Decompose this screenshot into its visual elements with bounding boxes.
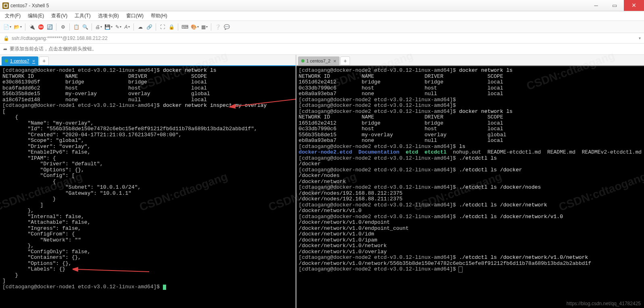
copy-button[interactable]: 📋 — [72, 23, 80, 31]
tab-close-icon[interactable]: × — [333, 58, 337, 64]
menu-tabs[interactable]: 选项卡(B) — [95, 12, 122, 20]
menu-file[interactable]: 文件(F) — [2, 12, 24, 20]
find-button[interactable]: 🔍 — [81, 23, 89, 31]
annotation-arrow-2 — [73, 267, 153, 275]
footer-attribution: https://blog.csdn.net/qq_41782425 — [567, 301, 641, 306]
tab-centos7[interactable]: 1 centos7 × — [2, 56, 38, 65]
keyboard-button[interactable]: ⌨ — [181, 23, 189, 31]
cursor — [459, 267, 462, 272]
lock-icon: 🔒 — [3, 35, 9, 41]
menu-help[interactable]: 帮助(H) — [148, 12, 171, 20]
help-button[interactable]: ❔ — [214, 23, 222, 31]
lock-button[interactable]: 🔒 — [167, 23, 175, 31]
cursor — [163, 285, 166, 290]
tab-close-icon[interactable]: × — [32, 58, 35, 64]
menu-window[interactable]: 窗口(W) — [123, 12, 147, 20]
hint-bar: ➦ 要添加当前会话，点击左侧的箭头按钮。 — [0, 44, 644, 55]
maximize-button[interactable]: ▭ — [605, 0, 624, 11]
title-bar: centos7 - Xshell 5 ─ ▭ × — [0, 0, 644, 11]
print-button[interactable]: 🖨▾ — [94, 23, 103, 31]
link-button[interactable]: 🔗 — [145, 23, 153, 31]
svg-line-1 — [77, 269, 149, 272]
chat-button[interactable]: 💬 — [223, 23, 231, 31]
address-bar: 🔒 ssh://cdtaogang:********@192.168.88.21… — [0, 33, 644, 44]
tab-centos7-2[interactable]: 1 centos7_2 × — [298, 56, 340, 65]
workspace: 1 centos7 × + [cdtaogang@docker-node1 et… — [0, 55, 644, 308]
right-tab-strip: 1 centos7_2 × + — [296, 55, 644, 65]
menu-view[interactable]: 查看(V) — [48, 12, 71, 20]
disconnect-button[interactable]: ⛔ — [37, 23, 45, 31]
menu-bar: 文件(F) 编辑(E) 查看(V) 工具(T) 选项卡(B) 窗口(W) 帮助(… — [0, 11, 644, 21]
tab-label: 1 centos7 — [10, 58, 29, 63]
arrow-icon[interactable]: ➦ — [3, 46, 7, 52]
left-tab-strip: 1 centos7 × + — [0, 55, 296, 65]
save-button[interactable]: 💾▾ — [104, 23, 113, 31]
annotation-arrow-1 — [226, 98, 296, 119]
tab-label: 1 centos7_2 — [306, 58, 331, 63]
address-dropdown[interactable]: ▾ — [639, 36, 641, 40]
left-terminal[interactable]: [cdtaogang@docker-node1 etcd-v3.0.12-lin… — [0, 65, 296, 308]
new-session-button[interactable]: 📄▾ — [2, 23, 12, 31]
tab-add-button[interactable]: + — [39, 56, 49, 65]
reconnect-button[interactable]: 🔄 — [46, 23, 54, 31]
menu-tools[interactable]: 工具(T) — [71, 12, 94, 20]
palette-button[interactable]: 🎨▾ — [190, 23, 200, 31]
window-title: centos7 - Xshell 5 — [10, 3, 49, 8]
menu-edit[interactable]: 编辑(E) — [25, 12, 47, 20]
minimize-button[interactable]: ─ — [587, 0, 605, 11]
address-text[interactable]: ssh://cdtaogang:********@192.168.88.212:… — [12, 35, 636, 41]
connect-button[interactable]: 🔌 — [28, 23, 36, 31]
app-icon — [2, 2, 9, 9]
left-pane: 1 centos7 × + [cdtaogang@docker-node1 et… — [0, 55, 296, 308]
right-terminal[interactable]: [cdtaogang@docker-node2 etcd-v3.0.12-lin… — [296, 65, 644, 308]
toolbar: 📄▾ 📂▾ 🔌 ⛔ 🔄 ⚙ 📋 🔍 🖨▾ 💾▾ ✎▾ A▾ ☁ 🔗 ⛶ 🔒 ⌨ … — [0, 21, 644, 33]
highlight-button[interactable]: ✎▾ — [114, 23, 122, 31]
cloud-button[interactable]: ☁ — [136, 23, 144, 31]
tab-add-button[interactable]: + — [340, 56, 350, 65]
status-dot-icon — [301, 59, 304, 62]
fullscreen-button[interactable]: ⛶ — [158, 23, 167, 31]
open-session-button[interactable]: 📂▾ — [13, 23, 23, 31]
font-button[interactable]: A▾ — [123, 23, 131, 31]
layout-button[interactable]: ▦▾ — [200, 23, 208, 31]
close-button[interactable]: × — [624, 0, 644, 11]
right-pane: 1 centos7_2 × + [cdtaogang@docker-node2 … — [296, 55, 644, 308]
properties-button[interactable]: ⚙ — [59, 23, 67, 31]
status-dot-icon — [5, 59, 8, 62]
hint-text: 要添加当前会话，点击左侧的箭头按钮。 — [10, 46, 97, 52]
